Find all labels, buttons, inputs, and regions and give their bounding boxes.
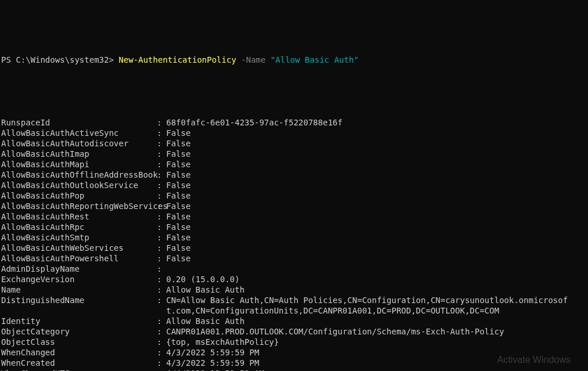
- colon: :: [157, 117, 166, 128]
- colon: :: [157, 368, 166, 371]
- output-value: {top, msExchAuthPolicy}: [166, 337, 279, 347]
- output-value: False: [166, 222, 191, 232]
- output-key: AllowBasicAuthPowershell: [1, 253, 157, 264]
- output-key: AllowBasicAuthPop: [1, 190, 157, 201]
- output-row: RunspaceId: 68f0fafc-6e01-4235-97ac-f522…: [1, 117, 587, 128]
- output-value: Allow Basic Auth: [166, 285, 245, 294]
- colon: :: [157, 264, 166, 274]
- output-row: AllowBasicAuthSmtp: False: [1, 232, 587, 243]
- colon: :: [157, 347, 166, 358]
- output-row: AllowBasicAuthPowershell: False: [1, 253, 587, 264]
- output-continuation: t.com,CN=ConfigurationUnits,DC=CANPR01A0…: [1, 305, 587, 316]
- output-value: False: [166, 191, 191, 200]
- output-row: ExchangeVersion: 0.20 (15.0.0.0): [1, 274, 587, 284]
- colon: :: [157, 326, 166, 337]
- colon: :: [157, 243, 166, 253]
- output-row: AllowBasicAuthImap: False: [1, 149, 587, 159]
- colon: :: [157, 170, 166, 180]
- output-value: False: [166, 212, 191, 221]
- output-value: Allow Basic Auth: [166, 316, 245, 326]
- output-key: AllowBasicAuthRest: [1, 211, 157, 222]
- colon: :: [157, 337, 166, 347]
- colon: :: [157, 201, 166, 211]
- output-value: False: [166, 160, 191, 169]
- colon: :: [157, 295, 166, 305]
- output-key: DistinguishedName: [1, 295, 157, 305]
- output-row: WhenChanged: 4/3/2022 5:59:59 PM: [1, 347, 587, 358]
- output-value: CANPR01A001.PROD.OUTLOOK.COM/Configurati…: [166, 327, 504, 336]
- output-row: WhenCreated: 4/3/2022 5:59:59 PM: [1, 358, 587, 368]
- output-row: AdminDisplayName:: [1, 264, 587, 274]
- output-value: CN=Allow Basic Auth,CN=Auth Policies,CN=…: [166, 296, 568, 305]
- output-value: False: [166, 243, 191, 253]
- colon: :: [157, 253, 166, 264]
- output-row: AllowBasicAuthPop: False: [1, 190, 587, 201]
- output-key: AllowBasicAuthOutlookService: [1, 180, 157, 190]
- output-key: AllowBasicAuthReportingWebServices: [1, 201, 157, 211]
- output-value: 0.20 (15.0.0.0): [166, 275, 239, 284]
- colon: :: [157, 211, 166, 222]
- output-key: WhenCreated: [1, 358, 157, 368]
- output-key: ExchangeVersion: [1, 274, 157, 284]
- output-key: ObjectClass: [1, 337, 157, 347]
- output-key: AllowBasicAuthSmtp: [1, 232, 157, 243]
- output-value: False: [166, 254, 191, 263]
- output-key: WhenChangedUTC: [1, 368, 157, 371]
- output-value: 68f0fafc-6e01-4235-97ac-f5220788e16f: [166, 118, 342, 127]
- output-key: AllowBasicAuthMapi: [1, 159, 157, 170]
- param-name: -Name: [236, 55, 271, 64]
- colon: :: [157, 358, 166, 368]
- command-line: PS C:\Windows\system32> New-Authenticati…: [1, 55, 587, 65]
- output-key: WhenChanged: [1, 347, 157, 358]
- colon: :: [157, 316, 166, 326]
- output-value: False: [166, 233, 191, 242]
- continuation-indent: [1, 305, 166, 316]
- output-row: DistinguishedName: CN=Allow Basic Auth,C…: [1, 295, 587, 305]
- output-key: ObjectCategory: [1, 326, 157, 337]
- output-key: Identity: [1, 316, 157, 326]
- output-row: AllowBasicAuthOutlookService: False: [1, 180, 587, 190]
- cmdlet-name: New-AuthenticationPolicy: [119, 55, 236, 64]
- output-row: AllowBasicAuthActiveSync: False: [1, 128, 587, 138]
- output-value: False: [166, 139, 191, 148]
- output-value: False: [166, 170, 191, 179]
- output-value: 4/3/2022 5:59:59 PM: [166, 348, 259, 357]
- output-key: RunspaceId: [1, 117, 157, 128]
- output-key: AllowBasicAuthWebServices: [1, 243, 157, 253]
- output-value: 4/3/2022 5:59:59 PM: [166, 358, 259, 368]
- colon: :: [157, 149, 166, 159]
- colon: :: [157, 159, 166, 170]
- output-value: 4/4/2022 12:59:59 AM: [166, 369, 264, 371]
- output-row: Identity: Allow Basic Auth: [1, 316, 587, 326]
- output-row: Name: Allow Basic Auth: [1, 284, 587, 295]
- colon: :: [157, 284, 166, 295]
- output-row: AllowBasicAuthReportingWebServices: Fals…: [1, 201, 587, 211]
- colon: :: [157, 128, 166, 138]
- output-row: WhenChangedUTC: 4/4/2022 12:59:59 AM: [1, 368, 587, 371]
- output-row: AllowBasicAuthOfflineAddressBook: False: [1, 170, 587, 180]
- colon: :: [157, 222, 166, 232]
- output-value: False: [166, 181, 191, 190]
- output-key: AllowBasicAuthImap: [1, 149, 157, 159]
- output-key: AllowBasicAuthOfflineAddressBook: [1, 170, 157, 180]
- output-key: AllowBasicAuthAutodiscover: [1, 138, 157, 149]
- output-row: AllowBasicAuthRpc: False: [1, 222, 587, 232]
- output-key: AllowBasicAuthActiveSync: [1, 128, 157, 138]
- output-row: AllowBasicAuthAutodiscover: False: [1, 138, 587, 149]
- prompt-prefix: PS C:\Windows\system32>: [1, 55, 119, 64]
- blank-line: [1, 75, 587, 86]
- output-row: AllowBasicAuthMapi: False: [1, 159, 587, 170]
- output-key: Name: [1, 284, 157, 295]
- output-value: False: [166, 201, 191, 211]
- output-key: AdminDisplayName: [1, 264, 157, 274]
- output-value-continuation: t.com,CN=ConfigurationUnits,DC=CANPR01A0…: [166, 306, 499, 315]
- output-row: ObjectClass: {top, msExchAuthPolicy}: [1, 337, 587, 347]
- param-value-string: "Allow Basic Auth": [271, 55, 359, 64]
- output-key: AllowBasicAuthRpc: [1, 222, 157, 232]
- output-value: False: [166, 149, 191, 159]
- powershell-terminal[interactable]: PS C:\Windows\system32> New-Authenticati…: [0, 52, 588, 371]
- colon: :: [157, 274, 166, 284]
- colon: :: [157, 138, 166, 149]
- output-row: AllowBasicAuthWebServices: False: [1, 243, 587, 253]
- blank-line: [1, 96, 587, 107]
